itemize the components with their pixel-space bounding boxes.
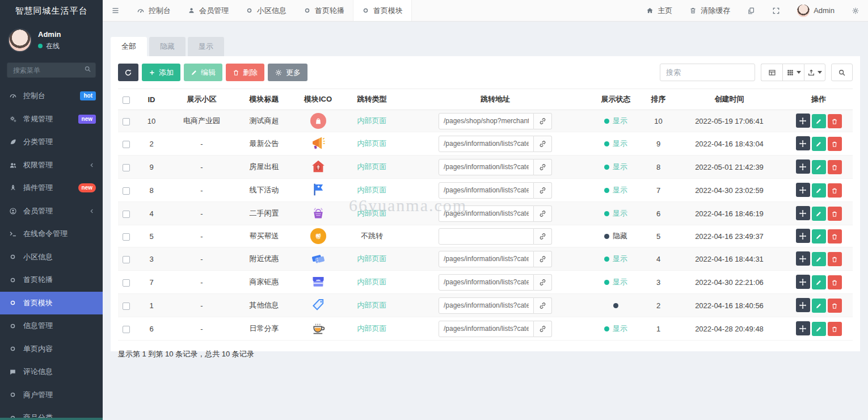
row-checkbox[interactable] xyxy=(123,233,130,241)
sidebar-search-input[interactable] xyxy=(7,62,96,78)
sidebar-item[interactable]: 小区信息 xyxy=(0,246,103,269)
filter-tab[interactable]: 全部 xyxy=(111,37,147,56)
row-checkbox[interactable] xyxy=(123,141,130,148)
row-edit-button[interactable] xyxy=(812,114,826,128)
navbar-tab[interactable]: 首页模块 xyxy=(353,0,412,21)
jump-url-input[interactable] xyxy=(439,113,534,129)
row-checkbox[interactable] xyxy=(123,326,130,333)
drag-move-button[interactable] xyxy=(796,275,810,289)
row-checkbox[interactable] xyxy=(123,164,130,171)
column-header[interactable]: 展示小区 xyxy=(169,89,234,110)
status-badge[interactable] xyxy=(613,303,618,308)
jump-url-input[interactable] xyxy=(439,182,534,199)
sidebar-item[interactable]: 首页模块 xyxy=(0,292,103,315)
status-badge[interactable]: 显示 xyxy=(604,162,627,172)
row-edit-button[interactable] xyxy=(812,322,826,336)
row-checkbox[interactable] xyxy=(123,303,130,310)
link-icon[interactable] xyxy=(534,228,552,245)
row-checkbox[interactable] xyxy=(123,256,130,263)
column-header[interactable]: 跳转类型 xyxy=(342,89,402,110)
jump-url-input[interactable] xyxy=(439,159,534,175)
drag-move-button[interactable] xyxy=(796,251,810,266)
row-edit-button[interactable] xyxy=(812,160,826,174)
status-badge[interactable]: 显示 xyxy=(604,185,627,195)
row-delete-button[interactable] xyxy=(828,322,842,336)
row-checkbox[interactable] xyxy=(123,118,130,125)
column-header[interactable]: 创建时间 xyxy=(674,89,785,110)
row-edit-button[interactable] xyxy=(812,252,826,266)
jump-url-input[interactable] xyxy=(439,321,534,337)
link-icon[interactable] xyxy=(534,297,552,314)
row-delete-button[interactable] xyxy=(828,299,842,313)
link-icon[interactable] xyxy=(534,113,552,129)
export-button[interactable] xyxy=(804,64,825,81)
sidebar-item[interactable]: 常规管理new xyxy=(0,108,103,131)
row-delete-button[interactable] xyxy=(828,229,842,243)
drag-move-button[interactable] xyxy=(796,159,810,174)
row-delete-button[interactable] xyxy=(828,114,842,128)
link-icon[interactable] xyxy=(534,136,552,152)
column-header[interactable]: ID xyxy=(134,89,169,110)
status-badge[interactable]: 显示 xyxy=(604,324,627,334)
sidebar-item[interactable]: 单页内容 xyxy=(0,338,103,361)
row-checkbox[interactable] xyxy=(123,211,130,218)
link-icon[interactable] xyxy=(534,159,552,175)
sidebar-item[interactable]: 评论信息 xyxy=(0,360,103,384)
link-icon[interactable] xyxy=(534,251,552,267)
link-icon[interactable] xyxy=(534,321,552,337)
link-icon[interactable] xyxy=(534,205,552,222)
jump-url-input[interactable] xyxy=(439,251,534,267)
jump-url-input[interactable] xyxy=(439,205,534,222)
link-icon[interactable] xyxy=(534,182,552,199)
status-badge[interactable]: 隐藏 xyxy=(604,231,627,241)
columns-button[interactable] xyxy=(782,64,804,81)
more-button[interactable]: 更多 xyxy=(268,64,307,81)
add-button[interactable]: 添加 xyxy=(142,64,180,81)
select-all-checkbox[interactable] xyxy=(123,96,130,104)
advanced-search-button[interactable] xyxy=(831,64,853,81)
delete-button[interactable]: 删除 xyxy=(226,64,264,81)
drag-move-button[interactable] xyxy=(796,136,810,150)
row-edit-button[interactable] xyxy=(812,275,826,289)
status-badge[interactable]: 显示 xyxy=(604,254,627,264)
edit-button[interactable]: 编辑 xyxy=(184,64,222,81)
jump-url-input[interactable] xyxy=(439,136,534,152)
sidebar-item[interactable]: 信息管理 xyxy=(0,314,103,338)
sidebar-item[interactable]: 分类管理 xyxy=(0,131,103,154)
column-header[interactable]: 模块标题 xyxy=(234,89,294,110)
row-delete-button[interactable] xyxy=(828,183,842,198)
drag-move-button[interactable] xyxy=(796,229,810,243)
column-header[interactable]: 跳转地址 xyxy=(402,89,589,110)
jump-url-input[interactable] xyxy=(439,274,534,291)
row-delete-button[interactable] xyxy=(828,207,842,221)
sidebar-item[interactable]: 在线命令管理 xyxy=(0,222,103,246)
sidebar-toggle-button[interactable] xyxy=(103,0,128,21)
column-header[interactable]: 模块ICO xyxy=(294,89,342,110)
home-button[interactable]: 主页 xyxy=(638,0,681,21)
gear-icon[interactable] xyxy=(843,0,868,21)
expand-icon[interactable] xyxy=(764,0,789,21)
sidebar-item[interactable]: 插件管理new xyxy=(0,177,103,200)
sidebar-item[interactable]: 会员管理 xyxy=(0,200,103,223)
copy-icon[interactable] xyxy=(739,0,764,21)
row-checkbox[interactable] xyxy=(123,187,130,195)
status-badge[interactable]: 显示 xyxy=(604,208,627,219)
column-header[interactable]: 展示状态 xyxy=(589,89,643,110)
sidebar-item[interactable]: 首页轮播 xyxy=(0,268,103,292)
row-delete-button[interactable] xyxy=(828,275,842,289)
row-edit-button[interactable] xyxy=(812,207,826,221)
row-edit-button[interactable] xyxy=(812,229,826,243)
toggle-view-button[interactable] xyxy=(761,64,782,81)
row-edit-button[interactable] xyxy=(812,183,826,198)
drag-move-button[interactable] xyxy=(796,114,810,128)
status-badge[interactable]: 显示 xyxy=(604,277,627,287)
jump-url-input[interactable] xyxy=(439,228,534,245)
row-delete-button[interactable] xyxy=(828,252,842,266)
navbar-tab[interactable]: 小区信息 xyxy=(237,0,295,21)
navbar-tab[interactable]: 首页轮播 xyxy=(295,0,353,21)
sidebar-item[interactable]: 控制台hot xyxy=(0,85,103,108)
navbar-tab[interactable]: 会员管理 xyxy=(179,0,237,21)
drag-move-button[interactable] xyxy=(796,298,810,312)
drag-move-button[interactable] xyxy=(796,321,810,335)
user-menu[interactable]: Admin xyxy=(789,0,843,21)
